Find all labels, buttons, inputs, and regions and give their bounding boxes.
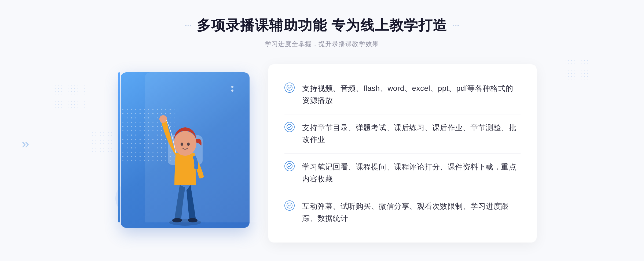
video-card (121, 72, 250, 228)
title-row: 多项录播课辅助功能 专为线上教学打造 (185, 16, 459, 35)
check-icon-4 (286, 202, 293, 209)
check-icon-2 (286, 124, 293, 130)
svg-point-6 (187, 143, 190, 146)
svg-point-1 (172, 218, 182, 222)
check-circle-4 (284, 200, 295, 211)
title-decorator-right (453, 25, 459, 26)
bg-dots-left (54, 80, 86, 113)
check-circle-3 (284, 161, 295, 171)
check-icon-3 (286, 163, 293, 169)
illustration-wrapper (107, 64, 263, 236)
feature-item-2: 支持章节目录、弹题考试、课后练习、课后作业、章节测验、批改作业 (284, 114, 521, 154)
svg-point-5 (181, 143, 183, 146)
feature-item-1: 支持视频、音频、flash、word、excel、ppt、pdf等各种格式的资源… (284, 75, 521, 114)
feature-text-4: 互动弹幕、试听购买、微信分享、观看次数限制、学习进度跟踪、数据统计 (302, 200, 521, 225)
feature-text-3: 学习笔记回看、课程提问、课程评论打分、课件资料下载，重点内容收藏 (302, 161, 521, 185)
svg-point-4 (174, 131, 196, 156)
feature-text-2: 支持章节目录、弹题考试、课后练习、课后作业、章节测验、批改作业 (302, 122, 521, 146)
main-title: 多项录播课辅助功能 专为线上教学打造 (197, 16, 447, 35)
feature-item-4: 互动弹幕、试听购买、微信分享、观看次数限制、学习进度跟踪、数据统计 (284, 193, 521, 232)
blue-accent-bar (118, 72, 120, 222)
content-area: 支持视频、音频、flash、word、excel、ppt、pdf等各种格式的资源… (107, 64, 537, 243)
svg-point-3 (159, 115, 167, 123)
header-section: 多项录播课辅助功能 专为线上教学打造 学习进度全掌握，提升录播课教学效果 (185, 16, 459, 48)
feature-text-1: 支持视频、音频、flash、word、excel、ppt、pdf等各种格式的资源… (302, 83, 521, 107)
features-panel: 支持视频、音频、flash、word、excel、ppt、pdf等各种格式的资源… (268, 64, 537, 243)
svg-point-2 (188, 218, 197, 222)
check-icon-1 (286, 84, 293, 91)
person-illustration (142, 99, 228, 228)
sparkle-dot-1 (231, 86, 233, 88)
left-chevron-icon: » (21, 137, 29, 151)
page-container: » 多项录播课辅助功能 专为线上教学打造 学习进度全掌握，提升录播课教学效果 (0, 0, 644, 261)
bg-dots-right (564, 59, 590, 86)
check-circle-1 (284, 83, 295, 93)
check-circle-2 (284, 122, 295, 132)
sparkle-dot-2 (231, 90, 233, 92)
subtitle: 学习进度全掌握，提升录播课教学效果 (185, 40, 459, 48)
sparkle-dots (231, 86, 233, 92)
title-decorator-left (185, 25, 191, 26)
feature-item-3: 学习笔记回看、课程提问、课程评论打分、课件资料下载，重点内容收藏 (284, 153, 521, 193)
